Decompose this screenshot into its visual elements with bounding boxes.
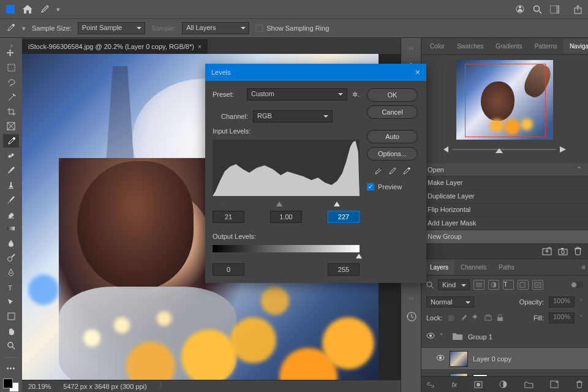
history-item[interactable]: Make Layer [421,176,588,190]
tab-color[interactable]: Color [424,39,451,53]
lock-all-icon[interactable] [497,314,503,322]
tab-paths[interactable]: Paths [492,260,521,274]
dodge-tool[interactable] [3,251,19,265]
filter-smart-icon[interactable] [532,280,543,290]
zoom-tool[interactable] [3,339,19,353]
visibility-icon[interactable] [426,333,435,341]
cancel-button[interactable]: Cancel [367,105,418,119]
filter-shape-icon[interactable] [518,280,529,290]
visibility-icon[interactable] [436,355,445,363]
eyedropper-black-icon[interactable] [374,167,383,176]
histogram[interactable] [213,140,360,196]
workspace-icon[interactable] [549,4,560,15]
tab-patterns[interactable]: Patterns [529,39,564,53]
cloud-icon[interactable] [514,4,526,15]
history-item[interactable]: Duplicate Layer [421,190,588,203]
doc-dims[interactable]: 5472 px x 3648 px (300 ppi) [63,383,146,390]
history-item[interactable]: Flip Horizontal [421,203,588,217]
input-black[interactable] [213,211,244,223]
blur-tool[interactable] [3,236,19,250]
layer-row[interactable]: Layer 0 copy [421,348,588,370]
preview-checkbox[interactable]: ✓Preview [367,183,418,190]
eyedropper-gray-icon[interactable] [388,167,397,176]
filter-pixel-icon[interactable] [473,280,484,290]
close-tab-icon[interactable]: × [198,43,202,50]
eyedropper-tool[interactable] [3,134,19,148]
navigator-view-box[interactable] [465,64,546,137]
brush-tool[interactable] [3,164,19,177]
new-snapshot-icon[interactable] [542,247,552,255]
lock-nest-icon[interactable] [484,314,492,322]
navigator-zoom-slider[interactable] [440,146,569,153]
fx-icon[interactable]: fx [452,381,458,388]
history-icon[interactable] [402,309,420,323]
zoom-in-icon[interactable] [560,146,569,153]
tool-preset-icon[interactable] [39,4,50,15]
tab-gradients[interactable]: Gradients [489,39,528,53]
frame-tool[interactable] [3,119,19,133]
dialog-titlebar[interactable]: Levels × [205,64,426,81]
document-tab[interactable]: iStock-966306584.jpg @ 20.2% (Layer 0 co… [22,39,208,54]
camera-icon[interactable] [558,247,568,255]
options-button[interactable]: Options... [367,147,418,160]
stamp-tool[interactable] [3,178,19,192]
new-layer-icon[interactable] [550,380,559,388]
output-white[interactable] [328,263,360,276]
filter-search-icon[interactable] [426,281,434,289]
layer-row-group[interactable]: ˅ Group 1 [421,326,588,348]
opacity-input[interactable]: 100% [549,296,575,307]
layer-thumbnail[interactable] [450,351,468,367]
auto-button[interactable]: Auto [367,130,418,143]
zoom-level[interactable]: 20.19% [28,383,51,390]
input-white[interactable] [328,211,360,223]
lasso-tool[interactable] [3,76,19,89]
crop-tool[interactable] [3,105,19,119]
type-tool[interactable]: T [3,281,19,294]
edit-toolbar[interactable]: ••• [3,361,19,375]
blend-mode-select[interactable]: Normal [426,296,474,307]
fg-bg-swatch[interactable] [3,379,19,392]
home-icon[interactable] [22,4,33,15]
show-ring-checkbox[interactable] [255,24,263,32]
output-black[interactable] [213,263,244,276]
marquee-tool[interactable] [3,61,19,75]
channel-select[interactable]: RGB [253,110,333,123]
filter-kind-select[interactable]: Kind [438,279,470,290]
tab-channels[interactable]: Channels [454,260,492,274]
trash-icon[interactable] [574,247,582,255]
fill-input[interactable]: 100% [549,312,575,323]
filter-type-icon[interactable]: T [503,280,514,290]
input-gamma[interactable] [270,211,302,223]
sample-layers-select[interactable]: All Layers [182,22,249,34]
eraser-tool[interactable] [3,208,19,221]
close-icon[interactable]: × [415,67,420,77]
eyedropper-white-icon[interactable] [402,167,411,176]
navigator-thumbnail[interactable] [456,60,553,140]
heal-tool[interactable] [3,149,19,162]
output-gradient[interactable] [213,245,360,252]
preset-menu-icon[interactable]: ✲. [352,91,360,99]
history-item[interactable]: New Group [421,230,588,244]
tab-layers[interactable]: Layers [424,260,454,274]
layer-name[interactable]: Group 1 [468,333,492,341]
pen-tool[interactable] [3,266,19,279]
new-group-icon[interactable] [524,381,533,388]
tab-swatches[interactable]: Swatches [451,39,489,53]
hand-tool[interactable] [3,325,19,338]
wand-tool[interactable] [3,91,19,104]
layer-row[interactable]: Layer 0 [421,370,588,376]
input-sliders[interactable] [213,198,360,206]
sample-size-select[interactable]: Point Sample [78,22,145,34]
lock-position-icon[interactable] [472,314,480,322]
history-item[interactable]: Add Layer Mask [421,217,588,230]
lock-pixels-icon[interactable] [447,314,455,322]
zoom-out-icon[interactable] [440,146,448,153]
preset-select[interactable]: Custom [247,88,347,100]
move-tool[interactable] [3,47,19,60]
shape-tool[interactable] [3,310,19,323]
lock-brush-icon[interactable] [460,314,467,322]
gradient-tool[interactable] [3,222,19,236]
tab-navigator[interactable]: Navigator [564,39,588,53]
filter-toggle[interactable] [571,282,583,288]
ok-button[interactable]: OK [367,88,418,102]
